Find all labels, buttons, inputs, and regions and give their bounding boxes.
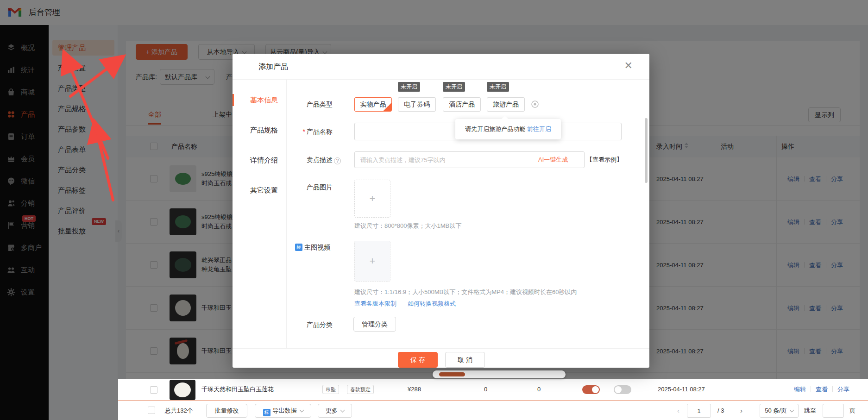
total-count: 总共132个	[165, 401, 193, 420]
row-date: 2025-04-11 08:27	[658, 379, 705, 400]
edit-link[interactable]: 编辑	[794, 386, 806, 393]
recommend-toggle[interactable]	[614, 385, 631, 394]
check-icon: ✓	[387, 98, 391, 112]
bulk-edit-button[interactable]: 批量修改	[206, 404, 247, 418]
cancel-button[interactable]: 取 消	[445, 352, 485, 368]
type-travel-button[interactable]: 旅游产品	[487, 97, 525, 112]
modal-tab-column: 基本信息 产品规格 详情介绍 其它设置	[233, 80, 287, 348]
image-hint: 建议尺寸：800*800像素；大小1MB以下	[354, 222, 461, 230]
add-product-modal: 添加产品 ✕ 基本信息 产品规格 详情介绍 其它设置 产品类型 未开启 未开启 …	[233, 54, 649, 368]
close-icon[interactable]: ✕	[624, 61, 633, 71]
chevron-down-icon	[789, 408, 794, 413]
type-evoucher-button[interactable]: 电子券码	[398, 97, 436, 112]
enable-now-link[interactable]: 前往开启	[527, 125, 551, 132]
prev-page-icon[interactable]: ‹	[677, 401, 679, 420]
jump-label: 跳至	[804, 401, 816, 420]
type-hotel-button[interactable]: 酒店产品	[443, 97, 481, 112]
selling-label: 卖点描述	[288, 156, 333, 164]
required-star: *	[303, 128, 305, 135]
manage-category-button[interactable]: 管理分类	[353, 317, 396, 332]
modal-footer: 保 存 取 消	[233, 348, 649, 368]
image-upload-box[interactable]: +	[354, 180, 390, 218]
disabled-badge: 未开启	[487, 82, 509, 92]
modal-tab-specs[interactable]: 产品规格	[233, 121, 286, 139]
modal-tab-basic-info[interactable]: 基本信息	[233, 91, 286, 109]
product-tag: 吊坠	[322, 385, 339, 394]
page-total: / 3	[717, 401, 724, 420]
chevron-down-icon	[299, 408, 304, 413]
category-label: 产品分类	[288, 321, 333, 329]
row-actions: 编辑查看分享	[794, 379, 849, 400]
select-all-checkbox[interactable]	[148, 407, 155, 414]
sales-value: 0	[537, 379, 541, 400]
video-upload-box[interactable]: +	[354, 241, 390, 282]
name-label: *产品名称	[288, 128, 333, 136]
row-checkbox[interactable]	[150, 386, 157, 394]
chevron-down-icon	[340, 408, 345, 413]
page-size-select[interactable]: 50 条/页	[760, 404, 799, 418]
page-number-input[interactable]	[687, 404, 711, 418]
on-sale-toggle[interactable]	[582, 385, 600, 394]
product-thumbnail	[170, 380, 195, 400]
product-tag: 春款预定	[347, 385, 374, 394]
biao-icon: 标	[263, 409, 270, 416]
next-page-icon[interactable]: ›	[740, 401, 742, 420]
image-label: 产品图片	[288, 183, 333, 192]
stock-value: 0	[484, 379, 487, 400]
modal-tab-details[interactable]: 详情介绍	[233, 151, 286, 169]
ai-generate-link[interactable]: AI一键生成	[538, 151, 568, 168]
export-data-button[interactable]: 标导出数据	[255, 404, 311, 418]
product-name: 千琢天然和田玉坠白玉莲花	[201, 379, 274, 400]
plus-icon: +	[370, 255, 376, 267]
more-button[interactable]: 更多	[318, 404, 352, 418]
view-example-link[interactable]: 【查看示例】	[586, 151, 623, 168]
video-label: 主图视频	[304, 244, 333, 252]
plus-icon: +	[370, 193, 376, 205]
share-link[interactable]: 分享	[837, 386, 849, 393]
modal-tab-other[interactable]: 其它设置	[233, 181, 286, 200]
view-link[interactable]: 查看	[816, 386, 828, 393]
page-footer: 总共132个 批量修改 标导出数据 更多 ‹ / 3 › 50 条/页 跳至 页	[118, 401, 868, 420]
help-icon[interactable]: ?	[334, 157, 341, 164]
save-button[interactable]: 保 存	[398, 352, 438, 368]
jump-page-input[interactable]	[823, 404, 844, 418]
modal-header: 添加产品 ✕	[233, 54, 649, 80]
video-hint: 建议尺寸：1:1/16:9；大小500MB以下；文件格式为MP4；建议视频时长在…	[354, 288, 577, 296]
horizontal-scrollbar[interactable]	[433, 370, 566, 378]
visible-table-row: 千琢天然和田玉坠白玉莲花 吊坠 春款预定 ¥288 0 0 2025-04-11…	[118, 379, 868, 401]
convert-format-link[interactable]: 如何转换视频格式	[408, 300, 456, 308]
eye-icon[interactable]	[531, 100, 539, 110]
version-limits-link[interactable]: 查看各版本限制	[354, 300, 396, 308]
biao-icon: 标	[295, 244, 302, 251]
disabled-badge: 未开启	[443, 82, 465, 92]
product-price: ¥288	[408, 379, 421, 400]
scrollbar-thumb[interactable]	[439, 372, 465, 376]
modal-overlay-left	[0, 379, 118, 420]
type-label: 产品类型	[288, 100, 333, 109]
modal-title: 添加产品	[258, 54, 288, 80]
disabled-badge: 未开启	[398, 82, 420, 92]
jump-unit: 页	[849, 401, 855, 420]
type-physical-button[interactable]: 实物产品✓	[354, 97, 392, 112]
admin-screen: 后台管理 概况 统计 商城 产品 订单 会员 微信 分销 HOT	[0, 0, 868, 420]
modal-scrollbar-thumb[interactable]	[645, 118, 648, 183]
travel-product-tooltip: 请先开启旅游产品功能 前往开启	[455, 119, 561, 139]
